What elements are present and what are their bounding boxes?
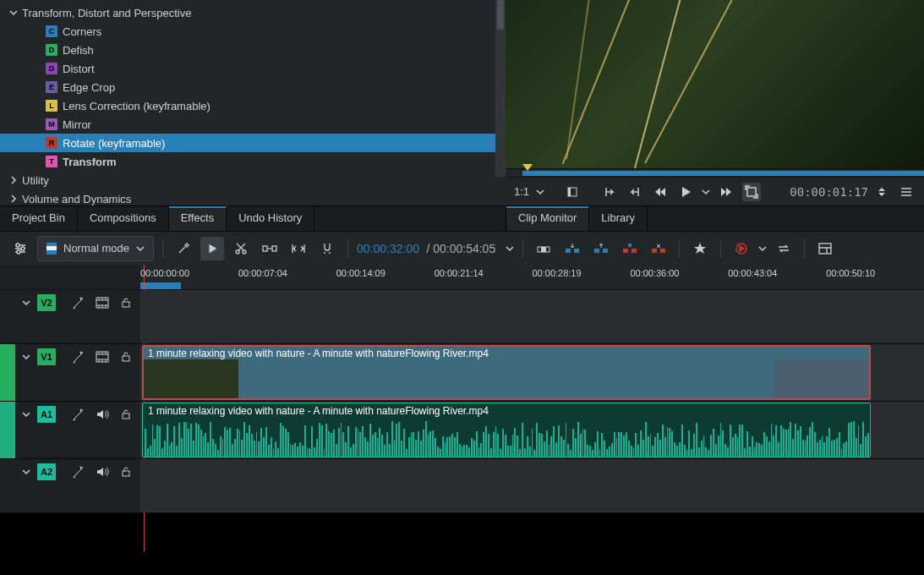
effects-category[interactable]: Volume and Dynamics	[0, 189, 506, 208]
favorite-button[interactable]	[688, 237, 712, 260]
mute-audio-button[interactable]	[93, 405, 112, 424]
ruler-tick: 00:00:00:00	[140, 268, 189, 278]
cut-button[interactable]	[229, 237, 253, 260]
spacer-tool-button[interactable]	[258, 237, 282, 260]
zone-end-button[interactable]	[626, 183, 644, 201]
overwrite-clip-button[interactable]	[560, 237, 584, 260]
monitor-video[interactable]	[506, 0, 924, 168]
track-body-v2[interactable]	[140, 290, 924, 343]
effects-category[interactable]: Utility	[0, 171, 506, 189]
preview-render-button[interactable]	[730, 237, 753, 260]
chevron-down-icon[interactable]	[702, 188, 710, 196]
track-body-v1[interactable]: 1 minute relaxing video with nature - A …	[140, 344, 924, 401]
ruler-tick: 00:00:28:19	[533, 268, 582, 278]
playhead-icon[interactable]	[522, 164, 533, 171]
edit-mode-select[interactable]: Normal mode	[37, 236, 154, 261]
zone-start-button[interactable]	[600, 183, 619, 201]
chevron-right-icon	[8, 194, 19, 204]
delete-clip-button[interactable]	[647, 237, 670, 260]
track-body-a1[interactable]: 1 minute relaxing video with nature - A …	[140, 402, 924, 458]
chevron-down-icon[interactable]	[506, 244, 514, 253]
razor-tool-button[interactable]	[172, 237, 195, 260]
collapse-track-button[interactable]	[20, 408, 32, 420]
tab-clip-monitor[interactable]: Clip Monitor	[506, 206, 589, 231]
effects-icon[interactable]	[69, 348, 88, 366]
effect-item[interactable]: CCorners	[0, 22, 506, 41]
effect-item[interactable]: DDistort	[0, 59, 506, 78]
effects-icon[interactable]	[69, 405, 88, 424]
mute-audio-button[interactable]	[93, 463, 112, 481]
panel-tabs-row: Project BinCompositionsEffectsUndo Histo…	[0, 205, 924, 231]
play-button[interactable]	[676, 183, 695, 201]
insert-clip-button[interactable]	[532, 237, 555, 260]
rewind-button[interactable]	[651, 183, 670, 201]
mute-video-button[interactable]	[93, 293, 112, 312]
svg-rect-12	[566, 249, 571, 253]
svg-rect-18	[628, 244, 631, 247]
extract-clip-button[interactable]	[589, 237, 613, 260]
clip-thumbnail-out	[774, 359, 869, 398]
snap-button[interactable]	[315, 237, 339, 260]
track-label[interactable]: A1	[37, 406, 56, 423]
chevron-down-icon[interactable]	[536, 188, 544, 196]
effect-item[interactable]: DDefish	[0, 41, 506, 59]
effects-scrollbar[interactable]	[495, 0, 506, 177]
effect-label: Distort	[63, 63, 95, 75]
svg-rect-20	[660, 249, 665, 253]
track-body-a2[interactable]	[140, 459, 924, 512]
svg-point-6	[236, 250, 239, 254]
monitor-scrub-bar[interactable]	[506, 168, 924, 177]
mute-video-button[interactable]	[93, 348, 112, 366]
tab-undo-history[interactable]: Undo History	[227, 206, 314, 231]
timecode-spinner[interactable]	[878, 188, 890, 196]
track-label[interactable]: V2	[37, 294, 56, 311]
layout-button[interactable]	[813, 237, 837, 260]
select-tool-button[interactable]	[200, 237, 224, 260]
chevron-down-icon[interactable]	[758, 244, 767, 253]
collapse-track-button[interactable]	[20, 297, 32, 309]
ruler-tick: 00:00:43:04	[728, 268, 777, 278]
track-label[interactable]: A2	[37, 463, 56, 480]
audio-clip[interactable]: 1 minute relaxing video with nature - A …	[142, 402, 871, 457]
effect-item[interactable]: EEdge Crop	[0, 78, 506, 96]
ruler-tick: 00:00:07:04	[238, 268, 287, 278]
timeline-timecode[interactable]: 00:00:32:00 / 00:00:54:05	[357, 242, 495, 255]
lock-track-button[interactable]	[117, 463, 135, 481]
effects-icon[interactable]	[69, 293, 88, 312]
scrollbar-thumb[interactable]	[497, 0, 504, 30]
lock-track-button[interactable]	[117, 348, 135, 366]
collapse-track-button[interactable]	[20, 466, 32, 478]
video-clip[interactable]: 1 minute relaxing video with nature - A …	[142, 345, 871, 400]
lift-clip-button[interactable]	[618, 237, 642, 260]
zoom-bar[interactable]	[140, 282, 181, 289]
fullscreen-button[interactable]	[742, 183, 761, 201]
loop-button[interactable]	[772, 237, 796, 260]
forward-button[interactable]	[717, 183, 735, 201]
lock-track-button[interactable]	[117, 405, 135, 424]
tab-effects[interactable]: Effects	[169, 206, 227, 231]
track-label[interactable]: V1	[37, 348, 56, 365]
effect-item[interactable]: TTransform	[0, 152, 506, 171]
effect-item[interactable]: RRotate (keyframable)	[0, 134, 506, 152]
monitor-timecode[interactable]: 00:00:01:17	[790, 185, 868, 199]
effect-item[interactable]: LLens Correction (keyframable)	[0, 96, 506, 115]
timeline-ruler[interactable]: 00:00:00:0000:00:07:0400:00:14:0900:00:2…	[140, 265, 924, 289]
fit-zoom-button[interactable]	[287, 237, 310, 260]
lock-track-button[interactable]	[117, 293, 135, 312]
tab-project-bin[interactable]: Project Bin	[0, 206, 78, 231]
effects-category-transform[interactable]: Transform, Distort and Perspective	[0, 3, 506, 22]
in-point-button[interactable]	[563, 183, 582, 201]
settings-button[interactable]	[8, 237, 32, 260]
tab-compositions[interactable]: Compositions	[78, 206, 169, 231]
tab-library[interactable]: Library	[589, 206, 648, 231]
zoom-level[interactable]: 1:1	[514, 185, 529, 198]
effect-badge-icon: D	[46, 63, 57, 74]
track-a2: A2	[0, 459, 924, 513]
svg-rect-22	[819, 244, 831, 254]
menu-button[interactable]	[897, 183, 916, 201]
effect-item[interactable]: MMirror	[0, 115, 506, 134]
effect-badge-icon: C	[46, 25, 57, 37]
svg-rect-14	[594, 249, 599, 253]
effects-icon[interactable]	[69, 463, 88, 481]
collapse-track-button[interactable]	[20, 351, 32, 363]
